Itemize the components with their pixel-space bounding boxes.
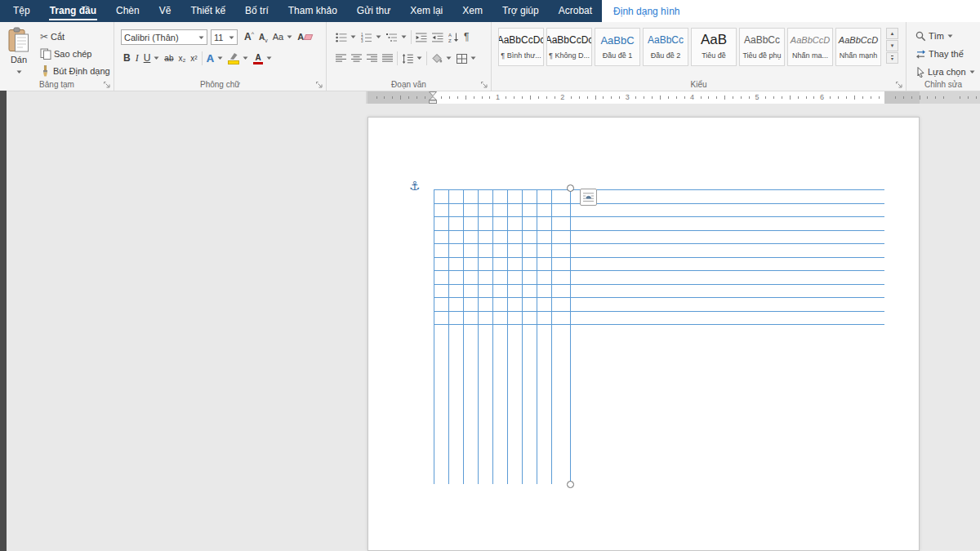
table-grid-vline[interactable] (434, 189, 434, 484)
drawing-layer: ⚓ (0, 0, 980, 551)
table-grid-vline[interactable] (463, 189, 464, 484)
table-grid-vline[interactable] (551, 189, 552, 484)
layout-options-button[interactable] (580, 189, 597, 206)
table-grid-hline[interactable] (434, 243, 884, 244)
anchor-icon: ⚓ (409, 179, 420, 193)
selected-line-shape[interactable] (570, 188, 571, 484)
table-grid-hline[interactable] (434, 230, 884, 231)
table-grid-hline[interactable] (434, 257, 884, 258)
table-grid-hline[interactable] (434, 203, 884, 204)
table-grid-vline[interactable] (507, 189, 508, 484)
table-grid-hline[interactable] (434, 189, 884, 190)
table-grid-vline[interactable] (448, 189, 449, 484)
selection-handle-top[interactable] (567, 184, 574, 192)
selection-handle-bottom[interactable] (567, 481, 574, 488)
table-grid-vline[interactable] (492, 189, 493, 484)
table-grid-hline[interactable] (434, 270, 884, 271)
table-grid-hline[interactable] (434, 297, 884, 298)
table-grid-vline[interactable] (537, 189, 537, 484)
table-grid-vline[interactable] (522, 189, 523, 484)
table-grid-vline[interactable] (478, 189, 479, 484)
table-grid-hline[interactable] (434, 311, 884, 312)
table-grid-hline[interactable] (434, 284, 884, 285)
table-grid-hline[interactable] (434, 216, 884, 217)
word-window: Tệp Trang đầu Chèn Vẽ Thiết kế Bố trí Th… (0, 0, 980, 551)
table-grid-hline[interactable] (434, 324, 884, 325)
